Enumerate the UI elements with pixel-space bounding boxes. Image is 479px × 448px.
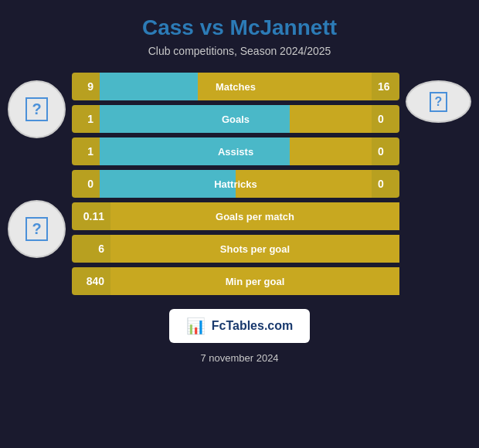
avatar-left-bottom: ? <box>8 200 66 258</box>
stat-row-min-per-goal: 840 Min per goal <box>72 267 399 295</box>
avatar-left-top-icon: ? <box>25 97 47 121</box>
matches-bar: Matches <box>100 73 372 100</box>
goals-per-match-val: 0.11 <box>72 202 110 230</box>
fctables-logo: 📊 FcTables.com <box>169 309 311 343</box>
goals-per-match-bar: Goals per match <box>110 202 399 230</box>
comparison-area: ? ? 9 Matches 16 1 <box>8 73 471 295</box>
stat-row-matches: 9 Matches 16 <box>72 73 399 100</box>
goals-left-val: 1 <box>72 105 100 133</box>
assists-label: Assists <box>100 146 372 158</box>
logo-icon: 📊 <box>186 317 206 335</box>
matches-label: Matches <box>100 81 372 93</box>
goals-per-match-label: Goals per match <box>110 211 399 222</box>
shots-per-goal-label: Shots per goal <box>110 243 399 255</box>
assists-left-val: 1 <box>72 137 100 165</box>
stat-row-hattricks: 0 Hattricks 0 <box>72 170 399 198</box>
min-per-goal-bar: Min per goal <box>110 267 399 295</box>
matches-left-val: 9 <box>72 73 100 100</box>
avatars-right: ? <box>406 80 471 123</box>
avatar-left-top: ? <box>8 80 66 138</box>
date-text: 7 november 2024 <box>200 352 278 364</box>
goals-label: Goals <box>100 114 372 125</box>
avatars-left: ? ? <box>8 80 66 258</box>
assists-bar: Assists <box>100 137 372 165</box>
stat-row-shots-per-goal: 6 Shots per goal <box>72 235 399 263</box>
avatar-right-icon: ? <box>430 92 448 112</box>
goals-bar: Goals <box>100 105 372 133</box>
hattricks-left-val: 0 <box>72 170 100 198</box>
goals-right-val: 0 <box>372 105 399 133</box>
matches-right-val: 16 <box>372 73 399 100</box>
min-per-goal-label: Min per goal <box>110 276 399 287</box>
avatar-left-bottom-icon: ? <box>25 217 47 241</box>
page-title: Cass vs McJannett <box>142 15 337 40</box>
assists-right-val: 0 <box>372 137 399 165</box>
hattricks-right-val: 0 <box>372 170 399 198</box>
shots-per-goal-bar: Shots per goal <box>110 235 399 263</box>
hattricks-label: Hattricks <box>100 178 372 190</box>
shots-per-goal-val: 6 <box>72 235 110 263</box>
stat-row-goals-per-match: 0.11 Goals per match <box>72 202 399 230</box>
stat-row-goals: 1 Goals 0 <box>72 105 399 133</box>
stat-row-assists: 1 Assists 0 <box>72 137 399 165</box>
stats-area: 9 Matches 16 1 Goals 0 1 <box>72 73 399 295</box>
min-per-goal-val: 840 <box>72 267 110 295</box>
subtitle: Club competitions, Season 2024/2025 <box>148 45 331 57</box>
hattricks-bar: Hattricks <box>100 170 372 198</box>
card: Cass vs McJannett Club competitions, Sea… <box>0 0 479 448</box>
avatar-right: ? <box>406 80 471 123</box>
logo-text: FcTables.com <box>212 319 294 333</box>
